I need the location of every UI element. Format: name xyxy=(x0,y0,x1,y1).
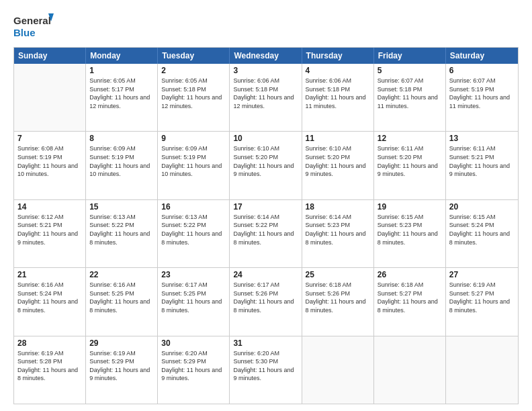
day-cell-29: 29 Sunrise: 6:19 AMSunset: 5:29 PMDaylig… xyxy=(86,336,158,404)
day-cell-16: 16 Sunrise: 6:13 AMSunset: 5:22 PMDaylig… xyxy=(158,200,230,267)
cell-info: Sunrise: 6:06 AMSunset: 5:18 PMDaylight:… xyxy=(233,77,298,110)
day-number: 7 xyxy=(17,134,82,143)
day-number: 4 xyxy=(306,66,370,75)
day-number: 24 xyxy=(233,270,298,279)
day-number: 6 xyxy=(449,66,515,75)
cell-info: Sunrise: 6:07 AMSunset: 5:19 PMDaylight:… xyxy=(449,77,515,110)
calendar-body: 1 Sunrise: 6:05 AMSunset: 5:17 PMDayligh… xyxy=(14,64,518,404)
day-number: 2 xyxy=(161,66,226,75)
day-number: 17 xyxy=(233,202,298,212)
day-cell-23: 23 Sunrise: 6:17 AMSunset: 5:25 PMDaylig… xyxy=(158,268,230,335)
cell-info: Sunrise: 6:12 AMSunset: 5:21 PMDaylight:… xyxy=(17,213,82,246)
day-cell-2: 2 Sunrise: 6:05 AMSunset: 5:18 PMDayligh… xyxy=(158,64,230,131)
cell-info: Sunrise: 6:13 AMSunset: 5:22 PMDaylight:… xyxy=(89,213,154,246)
day-number: 20 xyxy=(449,202,515,212)
header-day-friday: Friday xyxy=(374,48,446,64)
day-number: 18 xyxy=(306,202,370,212)
day-cell-14: 14 Sunrise: 6:12 AMSunset: 5:21 PMDaylig… xyxy=(14,200,86,267)
svg-text:General: General xyxy=(13,15,51,26)
day-cell-10: 10 Sunrise: 6:10 AMSunset: 5:20 PMDaylig… xyxy=(230,132,302,199)
calendar-row-1: 7 Sunrise: 6:08 AMSunset: 5:19 PMDayligh… xyxy=(14,132,518,199)
header-day-wednesday: Wednesday xyxy=(230,48,302,64)
calendar: SundayMondayTuesdayWednesdayThursdayFrid… xyxy=(13,47,519,404)
day-number: 26 xyxy=(378,270,442,279)
cell-info: Sunrise: 6:16 AMSunset: 5:25 PMDaylight:… xyxy=(89,281,154,314)
cell-info: Sunrise: 6:14 AMSunset: 5:22 PMDaylight:… xyxy=(233,213,298,246)
day-cell-15: 15 Sunrise: 6:13 AMSunset: 5:22 PMDaylig… xyxy=(86,200,158,267)
day-cell-3: 3 Sunrise: 6:06 AMSunset: 5:18 PMDayligh… xyxy=(230,64,302,131)
logo-svg: General Blue xyxy=(13,11,54,40)
header-day-saturday: Saturday xyxy=(446,48,518,64)
day-number: 25 xyxy=(306,270,370,279)
day-number: 21 xyxy=(17,270,82,279)
cell-info: Sunrise: 6:11 AMSunset: 5:20 PMDaylight:… xyxy=(378,144,442,178)
cell-info: Sunrise: 6:11 AMSunset: 5:21 PMDaylight:… xyxy=(449,144,515,178)
day-cell-22: 22 Sunrise: 6:16 AMSunset: 5:25 PMDaylig… xyxy=(86,268,158,335)
day-number: 3 xyxy=(233,66,298,75)
day-number: 12 xyxy=(378,134,442,143)
header-day-thursday: Thursday xyxy=(302,48,374,64)
calendar-header-row: SundayMondayTuesdayWednesdayThursdayFrid… xyxy=(14,48,518,64)
cell-info: Sunrise: 6:10 AMSunset: 5:20 PMDaylight:… xyxy=(233,144,298,178)
day-number: 22 xyxy=(89,270,154,279)
day-cell-26: 26 Sunrise: 6:18 AMSunset: 5:27 PMDaylig… xyxy=(374,268,446,335)
day-cell-11: 11 Sunrise: 6:10 AMSunset: 5:20 PMDaylig… xyxy=(302,132,374,199)
cell-info: Sunrise: 6:19 AMSunset: 5:29 PMDaylight:… xyxy=(89,349,154,383)
day-cell-19: 19 Sunrise: 6:15 AMSunset: 5:23 PMDaylig… xyxy=(374,200,446,267)
header-day-tuesday: Tuesday xyxy=(158,48,230,64)
cell-info: Sunrise: 6:20 AMSunset: 5:29 PMDaylight:… xyxy=(161,349,226,383)
day-cell-8: 8 Sunrise: 6:09 AMSunset: 5:19 PMDayligh… xyxy=(86,132,158,199)
header: General Blue xyxy=(13,11,519,40)
day-number: 29 xyxy=(89,338,154,348)
cell-info: Sunrise: 6:07 AMSunset: 5:18 PMDaylight:… xyxy=(378,77,442,110)
empty-cell xyxy=(446,336,518,404)
day-number: 23 xyxy=(161,270,226,279)
cell-info: Sunrise: 6:18 AMSunset: 5:27 PMDaylight:… xyxy=(378,281,442,314)
day-cell-5: 5 Sunrise: 6:07 AMSunset: 5:18 PMDayligh… xyxy=(374,64,446,131)
empty-cell xyxy=(374,336,446,404)
day-number: 31 xyxy=(233,338,298,348)
day-cell-18: 18 Sunrise: 6:14 AMSunset: 5:23 PMDaylig… xyxy=(302,200,374,267)
day-number: 14 xyxy=(17,202,82,212)
day-number: 28 xyxy=(17,338,82,348)
calendar-row-0: 1 Sunrise: 6:05 AMSunset: 5:17 PMDayligh… xyxy=(14,64,518,132)
svg-text:Blue: Blue xyxy=(13,27,36,38)
cell-info: Sunrise: 6:18 AMSunset: 5:26 PMDaylight:… xyxy=(306,281,370,314)
day-number: 16 xyxy=(161,202,226,212)
cell-info: Sunrise: 6:06 AMSunset: 5:18 PMDaylight:… xyxy=(306,77,370,110)
cell-info: Sunrise: 6:15 AMSunset: 5:23 PMDaylight:… xyxy=(378,213,442,246)
cell-info: Sunrise: 6:05 AMSunset: 5:17 PMDaylight:… xyxy=(89,77,154,110)
day-number: 19 xyxy=(378,202,442,212)
day-cell-31: 31 Sunrise: 6:20 AMSunset: 5:30 PMDaylig… xyxy=(230,336,302,404)
day-number: 5 xyxy=(378,66,442,75)
day-cell-20: 20 Sunrise: 6:15 AMSunset: 5:24 PMDaylig… xyxy=(446,200,518,267)
page: General Blue SundayMondayTuesdayWednesda… xyxy=(0,0,532,411)
day-number: 1 xyxy=(89,66,154,75)
day-cell-28: 28 Sunrise: 6:19 AMSunset: 5:28 PMDaylig… xyxy=(14,336,86,404)
cell-info: Sunrise: 6:20 AMSunset: 5:30 PMDaylight:… xyxy=(233,349,298,383)
day-cell-4: 4 Sunrise: 6:06 AMSunset: 5:18 PMDayligh… xyxy=(302,64,374,131)
day-cell-9: 9 Sunrise: 6:09 AMSunset: 5:19 PMDayligh… xyxy=(158,132,230,199)
cell-info: Sunrise: 6:13 AMSunset: 5:22 PMDaylight:… xyxy=(161,213,226,246)
cell-info: Sunrise: 6:05 AMSunset: 5:18 PMDaylight:… xyxy=(161,77,226,110)
cell-info: Sunrise: 6:09 AMSunset: 5:19 PMDaylight:… xyxy=(161,144,226,178)
calendar-row-3: 21 Sunrise: 6:16 AMSunset: 5:24 PMDaylig… xyxy=(14,268,518,336)
cell-info: Sunrise: 6:08 AMSunset: 5:19 PMDaylight:… xyxy=(17,144,82,178)
day-cell-24: 24 Sunrise: 6:17 AMSunset: 5:26 PMDaylig… xyxy=(230,268,302,335)
day-cell-25: 25 Sunrise: 6:18 AMSunset: 5:26 PMDaylig… xyxy=(302,268,374,335)
cell-info: Sunrise: 6:14 AMSunset: 5:23 PMDaylight:… xyxy=(306,213,370,246)
cell-info: Sunrise: 6:19 AMSunset: 5:28 PMDaylight:… xyxy=(17,349,82,383)
empty-cell xyxy=(302,336,374,404)
header-day-sunday: Sunday xyxy=(14,48,86,64)
cell-info: Sunrise: 6:17 AMSunset: 5:26 PMDaylight:… xyxy=(233,281,298,314)
logo: General Blue xyxy=(13,11,54,40)
cell-info: Sunrise: 6:10 AMSunset: 5:20 PMDaylight:… xyxy=(306,144,370,178)
calendar-row-2: 14 Sunrise: 6:12 AMSunset: 5:21 PMDaylig… xyxy=(14,200,518,268)
day-number: 8 xyxy=(89,134,154,143)
empty-cell xyxy=(14,64,86,131)
cell-info: Sunrise: 6:19 AMSunset: 5:27 PMDaylight:… xyxy=(449,281,515,314)
day-cell-21: 21 Sunrise: 6:16 AMSunset: 5:24 PMDaylig… xyxy=(14,268,86,335)
day-cell-13: 13 Sunrise: 6:11 AMSunset: 5:21 PMDaylig… xyxy=(446,132,518,199)
day-cell-12: 12 Sunrise: 6:11 AMSunset: 5:20 PMDaylig… xyxy=(374,132,446,199)
day-number: 15 xyxy=(89,202,154,212)
